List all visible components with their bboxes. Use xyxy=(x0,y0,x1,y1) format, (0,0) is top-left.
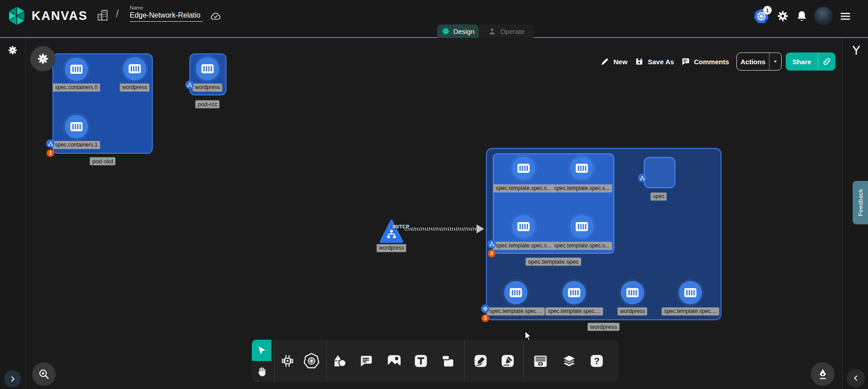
node-label: spec.template.spec.s... xyxy=(552,185,612,192)
layers-icon xyxy=(561,353,577,369)
tool-note[interactable] xyxy=(438,351,458,371)
tool-pan[interactable] xyxy=(252,361,271,382)
organization-icon[interactable] xyxy=(96,9,109,22)
logo-text: KANVAS xyxy=(32,9,88,23)
relationship-badge[interactable] xyxy=(487,240,496,248)
menu-button[interactable] xyxy=(839,10,852,23)
notifications-button[interactable] xyxy=(796,10,808,22)
share-button-label: Share xyxy=(786,58,818,66)
tool-components[interactable] xyxy=(278,351,297,371)
group-label-deployment-wordpress: wordpress xyxy=(588,323,619,331)
relationship-badge[interactable] xyxy=(185,81,194,89)
left-rail-spinner[interactable] xyxy=(8,45,18,55)
tool-text[interactable] xyxy=(411,351,431,371)
group-label-pod-skd: pod-skd xyxy=(90,157,115,165)
container-node-bottom-2[interactable] xyxy=(621,281,644,304)
service-node-wordpress[interactable] xyxy=(380,219,403,244)
node-label: spec.template.spec.s... xyxy=(494,242,554,250)
app-header: KANVAS / Name Design Operate 1 xyxy=(0,0,868,38)
snowflake-icon xyxy=(37,53,49,65)
error-count-badge[interactable]: 3 xyxy=(481,314,489,322)
pencil-icon xyxy=(600,57,609,66)
node-label: wordpress xyxy=(193,84,222,91)
tool-drawer[interactable] xyxy=(530,351,550,371)
share-button[interactable]: Share xyxy=(786,52,835,71)
tool-help[interactable] xyxy=(587,351,607,371)
cloud-saved-icon xyxy=(209,10,222,22)
edge-arrowhead xyxy=(476,224,484,233)
container-node-bottom-1[interactable] xyxy=(562,281,586,304)
tool-select[interactable] xyxy=(252,340,271,361)
user-avatar[interactable] xyxy=(814,7,833,25)
tool-shapes[interactable] xyxy=(330,351,350,371)
actions-dropdown-button[interactable]: Actions xyxy=(736,52,782,71)
gear-icon xyxy=(777,10,789,22)
feedback-tab[interactable]: Feedback xyxy=(853,181,868,224)
edge-service-to-deployment[interactable] xyxy=(404,228,477,231)
left-rail xyxy=(0,38,26,389)
tool-pen[interactable] xyxy=(471,351,491,371)
tab-design[interactable]: Design xyxy=(437,24,479,38)
group-spec-template-spec[interactable] xyxy=(493,153,614,254)
k8s-context-count-badge: 1 xyxy=(763,6,772,14)
container-node-wordpress-2[interactable] xyxy=(196,57,219,81)
kubernetes-helm-icon xyxy=(303,353,320,369)
design-tab-label: Design xyxy=(453,28,475,35)
right-rail-y-button[interactable] xyxy=(850,43,862,57)
hand-icon xyxy=(256,366,268,378)
container-node-template-3[interactable] xyxy=(570,215,594,238)
shapes-icon xyxy=(333,354,347,368)
canvas-config-button[interactable] xyxy=(30,46,56,71)
floppy-icon xyxy=(635,57,644,66)
save-as-button-label: Save As xyxy=(648,58,674,66)
toolbar-divider xyxy=(274,340,275,382)
settings-button[interactable] xyxy=(777,10,789,22)
design-tab-icon xyxy=(442,27,450,35)
node-label: wordpress xyxy=(120,84,149,91)
operate-tab-label: Operate xyxy=(500,28,524,35)
collapse-right-panel-button[interactable] xyxy=(847,369,865,387)
relationship-badge[interactable] xyxy=(638,174,646,182)
node-label: spec.template.spec.... xyxy=(487,308,545,315)
operate-tab-icon xyxy=(488,27,496,36)
design-name-block: Name xyxy=(130,5,203,22)
container-node-bottom-0[interactable] xyxy=(504,281,528,304)
design-name-label: Name xyxy=(130,5,203,10)
comment-bubble-icon xyxy=(359,354,373,368)
container-node-template-2[interactable] xyxy=(512,215,535,238)
copy-link-button[interactable] xyxy=(818,57,835,66)
design-name-input[interactable] xyxy=(130,10,203,22)
container-node-wordpress-1[interactable] xyxy=(123,57,146,81)
actions-caret[interactable] xyxy=(769,58,781,65)
container-node-spec-containers-1[interactable] xyxy=(65,115,88,138)
comments-button[interactable]: Comments xyxy=(681,52,729,71)
note-icon xyxy=(441,354,455,368)
tool-image[interactable] xyxy=(384,351,404,371)
tool-kubernetes[interactable] xyxy=(302,351,321,371)
container-node-template-1[interactable] xyxy=(570,157,594,180)
container-node-bottom-3[interactable] xyxy=(679,281,702,304)
logo[interactable]: KANVAS xyxy=(7,5,88,26)
pen-mode-button[interactable] xyxy=(811,362,835,386)
tool-comment[interactable] xyxy=(356,351,376,371)
zoom-button[interactable] xyxy=(32,362,56,386)
comments-button-label: Comments xyxy=(694,58,729,66)
node-spec[interactable] xyxy=(644,157,675,188)
node-label: spec.containers.0 xyxy=(53,84,100,91)
kubernetes-badge[interactable] xyxy=(481,304,490,313)
error-count-badge[interactable]: 2 xyxy=(47,149,54,157)
new-button[interactable]: New xyxy=(600,52,627,71)
container-node-spec-containers-0[interactable] xyxy=(65,57,88,81)
new-button-label: New xyxy=(613,58,627,66)
container-node-template-0[interactable] xyxy=(512,157,535,180)
pen-tool-icon xyxy=(473,354,488,368)
tool-layers[interactable] xyxy=(559,351,579,371)
expand-left-panel-button[interactable] xyxy=(4,370,21,387)
error-count-badge[interactable]: 3 xyxy=(488,250,495,257)
breadcrumb-separator: / xyxy=(116,7,119,20)
relationship-badge[interactable] xyxy=(46,139,55,148)
tool-freehand[interactable] xyxy=(498,351,518,371)
tab-operate[interactable]: Operate xyxy=(479,24,534,38)
save-as-button[interactable]: Save As xyxy=(635,52,674,71)
k8s-context-switcher[interactable]: 1 xyxy=(753,8,771,26)
